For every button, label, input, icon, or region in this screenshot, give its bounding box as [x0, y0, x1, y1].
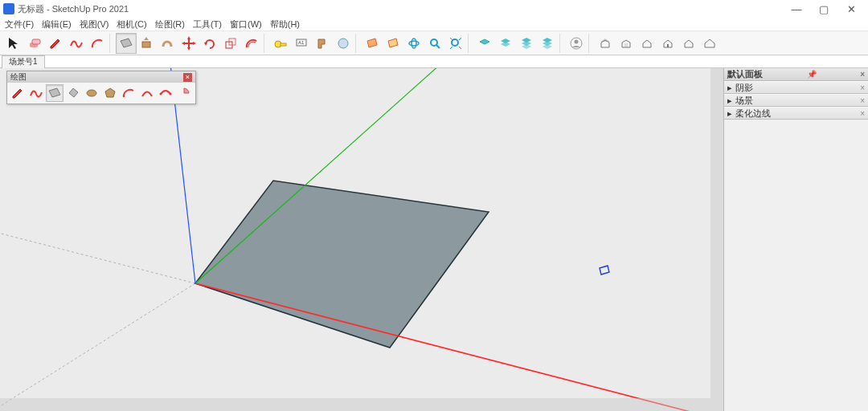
svg-marker-10 — [193, 42, 196, 45]
tool-3d-warehouse[interactable] — [595, 33, 616, 54]
tool-tape[interactable] — [270, 33, 291, 54]
svg-point-37 — [575, 39, 579, 43]
svg-marker-27 — [480, 39, 489, 44]
svg-marker-21 — [388, 39, 398, 47]
tool-layer-1[interactable] — [474, 33, 495, 54]
minimize-button[interactable]: — — [783, 1, 810, 17]
svg-marker-46 — [705, 39, 714, 47]
tool-layer-3[interactable] — [516, 33, 537, 54]
tbx-2pt-arc[interactable] — [138, 84, 156, 102]
draw-toolbox[interactable]: 绘图 × — [6, 71, 196, 104]
tray-panel-label: 柔化边线 — [735, 108, 771, 120]
tray-panel-caret-icon: ▸ — [727, 108, 732, 119]
tool-ext-warehouse[interactable] — [616, 33, 637, 54]
svg-marker-6 — [144, 37, 149, 40]
svg-point-24 — [431, 39, 437, 46]
menu-view[interactable]: 视图(V) — [80, 18, 109, 31]
svg-marker-42 — [643, 40, 651, 47]
tool-orbit[interactable] — [403, 33, 424, 54]
tool-section[interactable] — [362, 33, 383, 54]
svg-rect-41 — [624, 43, 628, 47]
tray-pin-icon[interactable]: 📌 — [807, 70, 817, 79]
tbx-arc[interactable] — [120, 84, 137, 102]
drawn-face[interactable] — [195, 181, 489, 348]
tray-panel-label: 阴影 — [735, 82, 753, 94]
scene-tab-label: 场景号1 — [9, 56, 38, 67]
tool-zoom[interactable] — [424, 33, 445, 54]
tray-close-icon[interactable]: × — [860, 70, 865, 79]
tool-select[interactable] — [3, 33, 24, 54]
tool-text[interactable]: A1 — [291, 33, 312, 54]
tool-offset[interactable] — [241, 33, 262, 54]
tbx-rotated-rect[interactable] — [64, 84, 82, 102]
tool-follow-me[interactable] — [158, 33, 178, 54]
svg-marker-7 — [187, 36, 190, 39]
tool-account[interactable] — [566, 33, 587, 54]
tbx-freehand[interactable] — [27, 84, 45, 102]
tbx-polygon[interactable] — [101, 84, 119, 102]
tool-push-pull[interactable] — [137, 33, 158, 54]
tool-move[interactable] — [178, 33, 199, 54]
menu-bar: 文件(F) 编辑(E) 视图(V) 相机(C) 绘图(R) 工具(T) 窗口(W… — [0, 18, 868, 31]
tray-panel-close[interactable]: × — [860, 109, 865, 118]
svg-line-25 — [436, 45, 440, 48]
tool-house-4[interactable] — [699, 33, 720, 54]
svg-marker-50 — [69, 88, 78, 97]
svg-marker-39 — [600, 39, 610, 42]
menu-help[interactable]: 帮助(H) — [270, 18, 300, 31]
tray-panel-close[interactable]: × — [860, 96, 865, 105]
tool-layer-4[interactable] — [537, 33, 558, 54]
maximize-button[interactable]: ▢ — [810, 1, 837, 17]
tool-freehand[interactable] — [66, 33, 87, 54]
svg-point-53 — [160, 93, 162, 96]
tool-layer-2[interactable] — [495, 33, 516, 54]
svg-point-19 — [338, 39, 348, 48]
menu-edit[interactable]: 编辑(E) — [42, 18, 72, 31]
tbx-3pt-arc[interactable] — [157, 84, 174, 102]
tbx-circle[interactable] — [83, 84, 100, 102]
viewport-scrollbar-h[interactable] — [0, 398, 723, 411]
tool-arc[interactable] — [87, 33, 108, 54]
tool-house-1[interactable] — [637, 33, 657, 54]
draw-toolbox-header[interactable]: 绘图 × — [7, 71, 195, 83]
tool-scale[interactable] — [220, 33, 241, 54]
menu-camera[interactable]: 相机(C) — [117, 18, 146, 31]
menu-file[interactable]: 文件(F) — [5, 18, 34, 31]
menu-draw[interactable]: 绘图(R) — [155, 18, 185, 31]
tool-paint[interactable] — [312, 33, 333, 54]
tray-header[interactable]: 默认面板 📌 × — [724, 68, 868, 81]
svg-marker-20 — [367, 39, 377, 47]
viewport-scrollbar-v[interactable] — [710, 68, 723, 398]
tool-zoom-extents[interactable] — [445, 33, 466, 54]
tbx-pencil[interactable] — [9, 84, 27, 102]
svg-marker-52 — [105, 88, 115, 97]
viewport-canvas[interactable] — [0, 68, 723, 411]
tool-style-sample[interactable] — [333, 33, 354, 54]
tool-house-3[interactable] — [678, 33, 699, 54]
svg-marker-29 — [501, 42, 510, 47]
menu-window[interactable]: 窗口(W) — [230, 18, 262, 31]
svg-marker-0 — [9, 38, 18, 49]
svg-rect-2 — [32, 39, 40, 44]
scene-tab[interactable]: 场景号1 — [2, 55, 45, 68]
tool-pencil[interactable] — [45, 33, 66, 54]
tool-section-fill[interactable] — [383, 33, 403, 54]
title-bar: 无标题 - SketchUp Pro 2021 — ▢ ✕ — [0, 0, 868, 18]
tray-panel-shadows[interactable]: ▸ 阴影 × — [724, 81, 868, 94]
svg-marker-3 — [51, 39, 59, 48]
tray-panel-close[interactable]: × — [860, 83, 865, 92]
tbx-pie[interactable] — [175, 84, 193, 102]
tray-panel-soften[interactable]: ▸ 柔化边线 × — [724, 107, 868, 120]
tool-rotate[interactable] — [199, 33, 220, 54]
menu-tools[interactable]: 工具(T) — [193, 18, 222, 31]
tray-panel-scenes[interactable]: ▸ 场景 × — [724, 94, 868, 107]
svg-point-54 — [170, 93, 172, 96]
tbx-rectangle[interactable] — [46, 84, 63, 102]
tool-house-2[interactable] — [657, 33, 678, 54]
tool-eraser[interactable] — [24, 33, 45, 54]
draw-toolbox-close[interactable]: × — [183, 73, 192, 82]
tray-panel-label: 场景 — [735, 95, 753, 107]
close-button[interactable]: ✕ — [837, 1, 865, 17]
tool-rectangle[interactable] — [116, 33, 137, 54]
viewport[interactable]: 绘图 × — [0, 68, 723, 411]
